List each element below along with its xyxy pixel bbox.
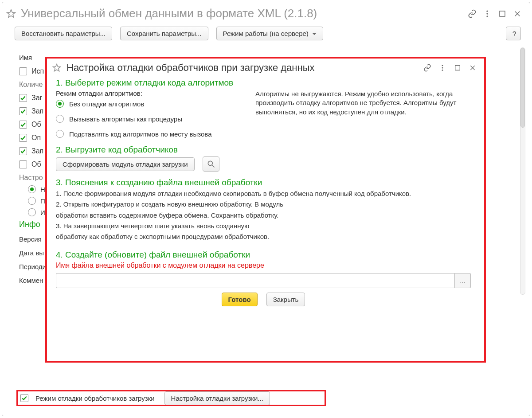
star-icon[interactable] — [6, 8, 16, 19]
svg-point-10 — [442, 70, 443, 71]
radio-as-procedures[interactable] — [56, 115, 64, 123]
label-obj: Об — [31, 121, 41, 129]
checkbox-record2[interactable] — [19, 147, 27, 155]
done-button[interactable]: Готово — [222, 293, 258, 306]
radio-per[interactable] — [28, 197, 36, 205]
save-params-button[interactable]: Сохранить параметры... — [120, 27, 208, 40]
svg-point-8 — [442, 65, 443, 66]
debug-mode-label: Режим отладки обработчиков загрузки — [35, 395, 155, 402]
debug-settings-button[interactable]: Настройка отладки загрузки... — [164, 391, 270, 405]
file-browse-button[interactable]: ... — [455, 273, 471, 288]
dialog-footer: Готово Закрыть — [56, 293, 471, 306]
close-icon[interactable] — [512, 8, 523, 19]
step1-heading: 1. Выберите режим отладки кода алгоритмо… — [56, 78, 471, 88]
maximize-icon[interactable] — [497, 8, 508, 19]
dialog-body: 1. Выберите режим отладки кода алгоритмо… — [47, 74, 484, 361]
svg-rect-11 — [455, 66, 460, 70]
svg-marker-7 — [53, 64, 61, 71]
link-icon[interactable] — [467, 8, 477, 19]
svg-point-3 — [486, 16, 488, 17]
svg-rect-4 — [500, 11, 505, 16]
generate-module-button[interactable]: Сформировать модуль отладки загрузки — [56, 157, 195, 171]
file-label: Имя файла внешней обработки с модулем от… — [56, 262, 471, 270]
dialog-link-icon[interactable] — [422, 63, 433, 73]
mode-label: Режим отладки алгоритмов: — [56, 90, 242, 97]
radio-inline-code-label: Подставлять код алгоритмов по месту вызо… — [69, 130, 212, 138]
checkbox-obr[interactable] — [19, 160, 27, 168]
kebab-icon[interactable] — [482, 8, 493, 19]
svg-point-9 — [442, 67, 443, 69]
main-toolbar: Восстановить параметры... Сохранить пара… — [2, 27, 530, 43]
radio-no[interactable] — [28, 185, 36, 193]
svg-point-2 — [486, 13, 488, 14]
label-obr: Об — [31, 160, 41, 168]
close-button[interactable]: Закрыть — [266, 293, 305, 306]
checkbox-record[interactable] — [19, 107, 27, 115]
label-record: Зап — [31, 107, 43, 115]
label-opt: Оп — [31, 134, 41, 142]
debug-settings-dialog: Настройка отладки обработчиков при загру… — [45, 57, 486, 363]
step3-p3b: обработку как обработку с экспортными пр… — [56, 232, 471, 241]
step2-heading: 2. Выгрузите код обработчиков — [56, 145, 471, 155]
scrollbar-thumb[interactable] — [520, 48, 525, 128]
step3-p2b: обработки вставить содержимое буфера обм… — [56, 211, 471, 220]
checkbox-load[interactable] — [19, 94, 27, 102]
radio-no-debug[interactable] — [56, 100, 64, 108]
checkbox-opt[interactable] — [19, 134, 27, 142]
dialog-star-icon[interactable] — [51, 63, 62, 73]
file-path-input[interactable] — [56, 273, 455, 288]
scrollbar[interactable] — [520, 47, 525, 295]
inspect-button[interactable] — [203, 156, 219, 172]
svg-point-1 — [486, 10, 488, 12]
dialog-titlebar: Настройка отладки обработчиков при загру… — [47, 59, 484, 74]
step1-content: Режим отладки алгоритмов: Без отладки ал… — [56, 90, 471, 141]
main-title: Универсальный обмен данными в формате XM… — [21, 7, 462, 20]
dialog-close-icon[interactable] — [467, 63, 478, 73]
work-mode-button[interactable]: Режим работы (на сервере) — [216, 27, 323, 40]
dialog-maximize-icon[interactable] — [452, 63, 463, 73]
radio-isp[interactable] — [28, 208, 36, 216]
debug-row-highlight: Режим отладки обработчиков загрузки Наст… — [16, 390, 326, 406]
mode-description: Алгоритмы не выгружаются. Режим удобно и… — [255, 90, 471, 141]
radio-no-debug-label: Без отладки алгоритмов — [69, 100, 144, 108]
main-titlebar: Универсальный обмен данными в формате XM… — [2, 2, 530, 27]
checkbox-debug-mode[interactable] — [20, 394, 28, 402]
checkbox-use[interactable] — [19, 67, 27, 75]
step3-p3a: 3. На завершающем четвертом шаге указать… — [56, 222, 471, 230]
svg-marker-0 — [7, 9, 15, 17]
step3-p2a: 2. Открыть конфигуратор и создать новую … — [56, 200, 471, 209]
step3-heading: 3. Пояснения к созданию файла внешней об… — [56, 178, 471, 188]
svg-point-14 — [208, 161, 212, 165]
checkbox-obj[interactable] — [19, 121, 27, 129]
file-row: ... — [56, 273, 471, 288]
radio-inline-code[interactable] — [56, 130, 64, 138]
svg-line-15 — [212, 165, 214, 168]
restore-params-button[interactable]: Восстановить параметры... — [15, 27, 112, 40]
step3-text: 1. После формирования модуля отладки нео… — [56, 189, 471, 241]
radio-as-procedures-label: Вызывать алгоритмы как процедуры — [69, 115, 182, 123]
step4-heading: 4. Создайте (обновите) файл внешней обра… — [56, 250, 471, 260]
step3-p1: 1. После формирования модуля отладки нео… — [56, 189, 471, 198]
dialog-title: Настройка отладки обработчиков при загру… — [66, 62, 418, 74]
help-button[interactable]: ? — [506, 27, 521, 40]
dialog-kebab-icon[interactable] — [437, 63, 448, 73]
label-load: Заг — [31, 94, 42, 102]
label-use: Исп — [31, 67, 44, 75]
label-record2: Зап — [31, 147, 43, 155]
